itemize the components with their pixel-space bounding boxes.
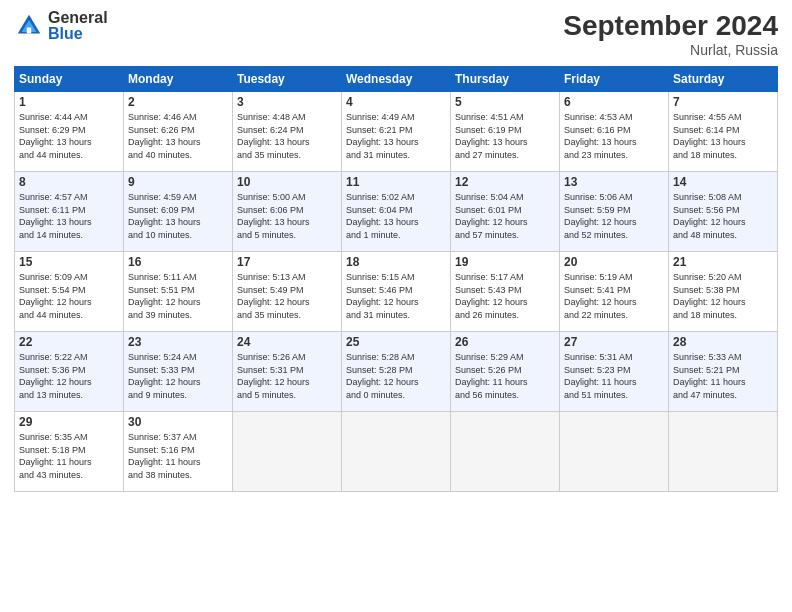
day-num: 16 [128, 255, 228, 269]
day-num: 12 [455, 175, 555, 189]
cell-detail: Sunrise: 4:51 AMSunset: 6:19 PMDaylight:… [455, 111, 555, 161]
day-num: 3 [237, 95, 337, 109]
day-num: 29 [19, 415, 119, 429]
logo-blue: Blue [48, 26, 108, 42]
cell-sep17: 17 Sunrise: 5:13 AMSunset: 5:49 PMDaylig… [233, 252, 342, 332]
day-num: 4 [346, 95, 446, 109]
cell-sep24: 24 Sunrise: 5:26 AMSunset: 5:31 PMDaylig… [233, 332, 342, 412]
logo-general: General [48, 10, 108, 26]
svg-rect-2 [27, 28, 32, 34]
week-row-4: 22 Sunrise: 5:22 AMSunset: 5:36 PMDaylig… [15, 332, 778, 412]
col-wednesday: Wednesday [342, 67, 451, 92]
cell-detail: Sunrise: 5:13 AMSunset: 5:49 PMDaylight:… [237, 271, 337, 321]
logo-icon [14, 11, 44, 41]
cell-sep29: 29 Sunrise: 5:35 AMSunset: 5:18 PMDaylig… [15, 412, 124, 492]
cell-sep30: 30 Sunrise: 5:37 AMSunset: 5:16 PMDaylig… [124, 412, 233, 492]
cell-detail: Sunrise: 4:44 AMSunset: 6:29 PMDaylight:… [19, 111, 119, 161]
cell-detail: Sunrise: 5:20 AMSunset: 5:38 PMDaylight:… [673, 271, 773, 321]
cell-detail: Sunrise: 5:06 AMSunset: 5:59 PMDaylight:… [564, 191, 664, 241]
cell-detail: Sunrise: 4:48 AMSunset: 6:24 PMDaylight:… [237, 111, 337, 161]
cell-detail: Sunrise: 5:02 AMSunset: 6:04 PMDaylight:… [346, 191, 446, 241]
cell-detail: Sunrise: 5:22 AMSunset: 5:36 PMDaylight:… [19, 351, 119, 401]
cell-empty-3 [451, 412, 560, 492]
cell-sep8: 8 Sunrise: 4:57 AMSunset: 6:11 PMDayligh… [15, 172, 124, 252]
cell-detail: Sunrise: 5:33 AMSunset: 5:21 PMDaylight:… [673, 351, 773, 401]
cell-sep5: 5 Sunrise: 4:51 AMSunset: 6:19 PMDayligh… [451, 92, 560, 172]
cell-sep7: 7 Sunrise: 4:55 AMSunset: 6:14 PMDayligh… [669, 92, 778, 172]
header: General Blue September 2024 Nurlat, Russ… [14, 10, 778, 58]
cell-sep13: 13 Sunrise: 5:06 AMSunset: 5:59 PMDaylig… [560, 172, 669, 252]
day-num: 17 [237, 255, 337, 269]
cell-sep10: 10 Sunrise: 5:00 AMSunset: 6:06 PMDaylig… [233, 172, 342, 252]
day-num: 27 [564, 335, 664, 349]
week-row-1: 1 Sunrise: 4:44 AMSunset: 6:29 PMDayligh… [15, 92, 778, 172]
cell-sep11: 11 Sunrise: 5:02 AMSunset: 6:04 PMDaylig… [342, 172, 451, 252]
cell-sep26: 26 Sunrise: 5:29 AMSunset: 5:26 PMDaylig… [451, 332, 560, 412]
cell-detail: Sunrise: 4:53 AMSunset: 6:16 PMDaylight:… [564, 111, 664, 161]
cell-sep27: 27 Sunrise: 5:31 AMSunset: 5:23 PMDaylig… [560, 332, 669, 412]
day-num: 20 [564, 255, 664, 269]
col-friday: Friday [560, 67, 669, 92]
cell-detail: Sunrise: 5:11 AMSunset: 5:51 PMDaylight:… [128, 271, 228, 321]
cell-empty-1 [233, 412, 342, 492]
cell-detail: Sunrise: 5:04 AMSunset: 6:01 PMDaylight:… [455, 191, 555, 241]
page: General Blue September 2024 Nurlat, Russ… [0, 0, 792, 612]
cell-detail: Sunrise: 5:31 AMSunset: 5:23 PMDaylight:… [564, 351, 664, 401]
cell-detail: Sunrise: 5:37 AMSunset: 5:16 PMDaylight:… [128, 431, 228, 481]
cell-sep23: 23 Sunrise: 5:24 AMSunset: 5:33 PMDaylig… [124, 332, 233, 412]
cell-detail: Sunrise: 5:28 AMSunset: 5:28 PMDaylight:… [346, 351, 446, 401]
cell-empty-4 [560, 412, 669, 492]
cell-sep15: 15 Sunrise: 5:09 AMSunset: 5:54 PMDaylig… [15, 252, 124, 332]
cell-sep2: 2 Sunrise: 4:46 AMSunset: 6:26 PMDayligh… [124, 92, 233, 172]
logo-text: General Blue [48, 10, 108, 42]
col-sunday: Sunday [15, 67, 124, 92]
cell-detail: Sunrise: 4:49 AMSunset: 6:21 PMDaylight:… [346, 111, 446, 161]
cell-detail: Sunrise: 5:08 AMSunset: 5:56 PMDaylight:… [673, 191, 773, 241]
day-num: 28 [673, 335, 773, 349]
cell-detail: Sunrise: 5:17 AMSunset: 5:43 PMDaylight:… [455, 271, 555, 321]
cell-sep20: 20 Sunrise: 5:19 AMSunset: 5:41 PMDaylig… [560, 252, 669, 332]
col-tuesday: Tuesday [233, 67, 342, 92]
day-num: 11 [346, 175, 446, 189]
location: Nurlat, Russia [563, 42, 778, 58]
day-num: 14 [673, 175, 773, 189]
cell-detail: Sunrise: 5:24 AMSunset: 5:33 PMDaylight:… [128, 351, 228, 401]
day-num: 26 [455, 335, 555, 349]
day-num: 5 [455, 95, 555, 109]
week-row-3: 15 Sunrise: 5:09 AMSunset: 5:54 PMDaylig… [15, 252, 778, 332]
cell-detail: Sunrise: 4:46 AMSunset: 6:26 PMDaylight:… [128, 111, 228, 161]
cell-detail: Sunrise: 5:26 AMSunset: 5:31 PMDaylight:… [237, 351, 337, 401]
day-num: 2 [128, 95, 228, 109]
cell-sep1: 1 Sunrise: 4:44 AMSunset: 6:29 PMDayligh… [15, 92, 124, 172]
cell-sep18: 18 Sunrise: 5:15 AMSunset: 5:46 PMDaylig… [342, 252, 451, 332]
col-thursday: Thursday [451, 67, 560, 92]
cell-detail: Sunrise: 5:19 AMSunset: 5:41 PMDaylight:… [564, 271, 664, 321]
day-num: 19 [455, 255, 555, 269]
cell-sep12: 12 Sunrise: 5:04 AMSunset: 6:01 PMDaylig… [451, 172, 560, 252]
cell-sep25: 25 Sunrise: 5:28 AMSunset: 5:28 PMDaylig… [342, 332, 451, 412]
day-num: 23 [128, 335, 228, 349]
day-num: 7 [673, 95, 773, 109]
title-block: September 2024 Nurlat, Russia [563, 10, 778, 58]
logo: General Blue [14, 10, 108, 42]
cell-sep16: 16 Sunrise: 5:11 AMSunset: 5:51 PMDaylig… [124, 252, 233, 332]
day-num: 9 [128, 175, 228, 189]
day-num: 18 [346, 255, 446, 269]
day-num: 10 [237, 175, 337, 189]
cell-detail: Sunrise: 5:15 AMSunset: 5:46 PMDaylight:… [346, 271, 446, 321]
week-row-2: 8 Sunrise: 4:57 AMSunset: 6:11 PMDayligh… [15, 172, 778, 252]
cell-empty-2 [342, 412, 451, 492]
cell-sep3: 3 Sunrise: 4:48 AMSunset: 6:24 PMDayligh… [233, 92, 342, 172]
header-row: Sunday Monday Tuesday Wednesday Thursday… [15, 67, 778, 92]
cell-empty-5 [669, 412, 778, 492]
cell-sep14: 14 Sunrise: 5:08 AMSunset: 5:56 PMDaylig… [669, 172, 778, 252]
day-num: 21 [673, 255, 773, 269]
col-saturday: Saturday [669, 67, 778, 92]
cell-sep21: 21 Sunrise: 5:20 AMSunset: 5:38 PMDaylig… [669, 252, 778, 332]
cell-detail: Sunrise: 5:00 AMSunset: 6:06 PMDaylight:… [237, 191, 337, 241]
cell-sep6: 6 Sunrise: 4:53 AMSunset: 6:16 PMDayligh… [560, 92, 669, 172]
day-num: 30 [128, 415, 228, 429]
cell-detail: Sunrise: 4:59 AMSunset: 6:09 PMDaylight:… [128, 191, 228, 241]
cell-detail: Sunrise: 5:35 AMSunset: 5:18 PMDaylight:… [19, 431, 119, 481]
day-num: 6 [564, 95, 664, 109]
